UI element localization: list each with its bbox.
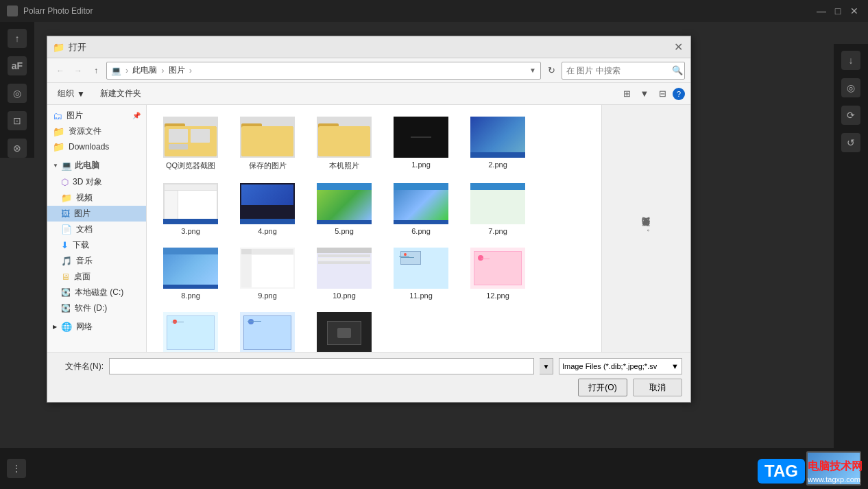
file-label-11: 11.png xyxy=(409,291,433,300)
svg-rect-4 xyxy=(169,144,188,150)
sidebar-item-pictures-pinned[interactable]: 🗂 图片 📌 xyxy=(47,108,146,123)
sidebar-item-pictures[interactable]: 🖼 图片 xyxy=(47,206,146,222)
file-item-8[interactable]: 8.png xyxy=(154,243,228,305)
file-item-saved[interactable]: 保存的图片 xyxy=(230,112,304,176)
folder-thumb-qq xyxy=(163,117,218,158)
filetype-arrow: ▼ xyxy=(671,362,679,370)
layers-icon[interactable]: ⊛ xyxy=(8,139,27,158)
file-label-qq: QQ浏览器截图 xyxy=(166,160,215,171)
toolbar2-right: ⊞ ▼ ⊟ ? xyxy=(619,86,685,102)
file-item-10[interactable]: 10.png xyxy=(307,243,381,305)
watermark-tag: TAG xyxy=(764,462,798,481)
sidebar-item-3d[interactable]: ⬡ 3D 对象 xyxy=(47,174,146,190)
sidebar-label-videos: 视频 xyxy=(76,192,93,204)
sidebar-item-music[interactable]: 🎵 音乐 xyxy=(47,253,146,269)
file-item-5[interactable]: 5.png xyxy=(307,178,381,240)
preview-pane-button[interactable]: ⊟ xyxy=(655,86,670,102)
dialog-toolbar2: 组织 ▼ 新建文件夹 ⊞ ▼ ⊟ ? xyxy=(47,83,690,105)
file-item-4[interactable]: 4.png xyxy=(230,178,304,240)
sidebar-label-music: 音乐 xyxy=(76,255,93,267)
sidebar-label-drive-c: 本地磁盘 (C:) xyxy=(75,287,123,298)
filename-dropdown[interactable]: ▼ xyxy=(540,358,553,374)
sidebar-item-desktop[interactable]: 🖥 桌面 xyxy=(47,269,146,285)
dialog-title-icon: 📁 xyxy=(53,42,64,53)
refresh-button[interactable]: ↻ xyxy=(544,63,559,78)
font-icon[interactable]: aF xyxy=(8,56,27,75)
file-item-7[interactable]: 7.png xyxy=(461,178,535,240)
sidebar-label-resources: 资源文件 xyxy=(69,126,101,137)
sidebar-item-dl[interactable]: ⬇ 下载 xyxy=(47,237,146,253)
crop-icon[interactable]: ⊡ xyxy=(8,111,27,130)
file-label-7: 7.png xyxy=(488,227,507,235)
drive-c-icon: 💽 xyxy=(61,288,71,297)
upload-icon[interactable]: ↑ xyxy=(8,29,27,48)
cancel-button-label: 取消 xyxy=(649,382,666,394)
thumb-9 xyxy=(240,248,295,289)
expand-icon: ▼ xyxy=(53,163,58,169)
file-item-2[interactable]: 2.png xyxy=(461,112,535,176)
sidebar-item-resources[interactable]: 📁 资源文件 xyxy=(47,123,146,139)
breadcrumb-computer[interactable]: 此电脑 xyxy=(132,64,157,76)
up-button[interactable]: ↑ xyxy=(88,63,104,78)
cancel-button[interactable]: 取消 xyxy=(633,379,682,396)
svg-rect-3 xyxy=(169,129,188,143)
dialog-close-button[interactable]: ✕ xyxy=(671,40,685,54)
sidebar-label-pictures: 图片 xyxy=(74,208,91,219)
undo-icon[interactable]: ↺ xyxy=(841,133,860,152)
videos-icon: 📁 xyxy=(61,193,72,203)
file-label-1: 1.png xyxy=(411,160,431,169)
file-item-12[interactable]: 12.png xyxy=(461,243,535,305)
sidebar-item-drive-d[interactable]: 💽 软件 (D:) xyxy=(47,300,146,316)
view-toggle-button[interactable]: ⊞ xyxy=(619,86,634,102)
sidebar-item-videos[interactable]: 📁 视频 xyxy=(47,190,146,206)
effects-icon[interactable]: ◎ xyxy=(8,84,27,103)
file-item-13[interactable]: 13.png xyxy=(154,307,228,352)
brush-icon[interactable]: ⟳ xyxy=(841,106,860,125)
forward-button[interactable]: → xyxy=(71,63,86,78)
file-grid: QQ浏览器截图 保存的图片 xyxy=(147,105,601,352)
search-box: 🔍 xyxy=(562,62,685,80)
address-bar[interactable]: 💻 › 此电脑 › 图片 › ▼ xyxy=(106,62,541,80)
sidebar-item-drive-c[interactable]: 💽 本地磁盘 (C:) xyxy=(47,285,146,300)
file-item-11[interactable]: 11.png xyxy=(384,243,458,305)
thumb-3 xyxy=(163,183,218,224)
view-arrow-button[interactable]: ▼ xyxy=(637,86,652,102)
sidebar-item-downloads[interactable]: 📁 Downloads xyxy=(47,139,146,154)
file-item-6[interactable]: 6.png xyxy=(384,178,458,240)
file-label-5: 5.png xyxy=(335,227,354,235)
organize-label: 组织 xyxy=(58,88,74,99)
sidebar-label-thispc: 此电脑 xyxy=(75,160,99,171)
file-item-14[interactable]: 14.png xyxy=(230,307,304,352)
new-folder-button[interactable]: 新建文件夹 xyxy=(95,86,146,102)
file-item-3[interactable]: 3.png xyxy=(154,178,228,240)
preview-panel: 选择要预览的文件。 xyxy=(601,105,690,352)
address-dropdown[interactable]: ▼ xyxy=(529,67,536,74)
download-icon[interactable]: ↓ xyxy=(841,51,860,70)
sidebar-group-thispc[interactable]: ▼ 💻 此电脑 xyxy=(47,157,146,174)
back-button[interactable]: ← xyxy=(53,63,68,78)
app-titlebar: Polarr Photo Editor — □ ✕ xyxy=(0,0,868,22)
organize-button[interactable]: 组织 ▼ xyxy=(53,86,90,102)
file-label-6: 6.png xyxy=(411,227,431,235)
search-input[interactable] xyxy=(566,66,669,75)
folder-icon-local xyxy=(317,117,372,158)
radial-icon[interactable]: ◎ xyxy=(841,78,860,97)
sidebar-item-documents[interactable]: 📄 文档 xyxy=(47,222,146,237)
breadcrumb-pictures[interactable]: 图片 xyxy=(169,64,185,76)
file-item-qq[interactable]: QQ浏览器截图 xyxy=(154,112,228,176)
dialog-address-toolbar: ← → ↑ 💻 › 此电脑 › 图片 › ▼ ↻ 🔍 xyxy=(47,58,690,83)
file-item-local[interactable]: 本机照片 xyxy=(307,112,381,176)
open-button[interactable]: 打开(O) xyxy=(578,379,627,396)
filetype-select[interactable]: Image Files (*.dib;*.jpeg;*.sv ▼ xyxy=(559,358,682,374)
close-btn[interactable]: ✕ xyxy=(847,4,861,18)
sidebar-item-network[interactable]: ▶ 🌐 网络 xyxy=(47,319,146,335)
menu-icon[interactable]: ⋮ xyxy=(7,459,26,478)
help-button[interactable]: ? xyxy=(673,88,685,100)
filename-input[interactable] xyxy=(109,358,534,374)
maximize-btn[interactable]: □ xyxy=(831,4,845,18)
file-item-15[interactable]: 15.png xyxy=(307,307,381,352)
minimize-btn[interactable]: — xyxy=(815,4,828,18)
file-item-9[interactable]: 9.png xyxy=(230,243,304,305)
thumb-5 xyxy=(317,183,372,224)
file-item-1[interactable]: 1.png xyxy=(384,112,458,176)
